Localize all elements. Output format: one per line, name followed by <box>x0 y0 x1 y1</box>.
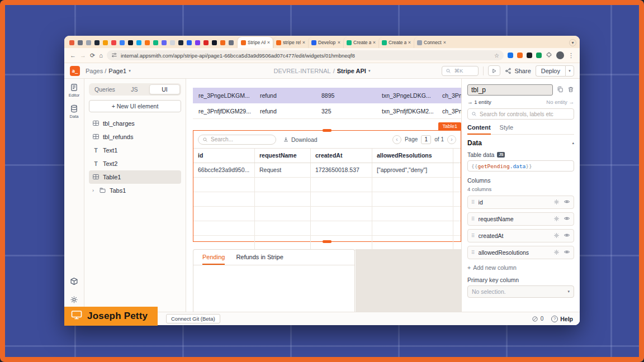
app-breadcrumb[interactable]: DEVREL-INTERNAL / Stripe API ▾ <box>274 68 371 74</box>
appsmith-logo[interactable]: a_ <box>70 66 80 76</box>
sidebar-item-tbl_charges[interactable]: tbl_charges <box>89 117 181 130</box>
pinned-tab-favicon[interactable] <box>203 40 209 45</box>
column-header-requestName[interactable]: requestName <box>255 149 311 163</box>
browser-menu-icon[interactable]: ⋮ <box>568 52 574 59</box>
pinned-tab-favicon[interactable] <box>220 40 225 45</box>
js-toggle-badge[interactable]: JS <box>497 152 505 158</box>
column-item-allowedResolutions[interactable]: ⠿allowedResolutions <box>467 246 574 259</box>
help-button[interactable]: ? Help <box>551 316 573 322</box>
tab-refunds-in-stripe[interactable]: Refunds in Stripe <box>236 250 283 265</box>
rail-data-item[interactable]: Data <box>70 104 79 119</box>
extension-icon[interactable] <box>508 53 513 58</box>
pinned-tab-favicon[interactable] <box>78 40 83 45</box>
drag-handle-icon[interactable]: ⠿ <box>471 233 475 239</box>
share-button[interactable]: Share <box>505 68 531 74</box>
table-data-binding-input[interactable]: {{getPending.data}} <box>467 160 574 172</box>
settings-gear-icon[interactable] <box>70 296 78 306</box>
column-settings-gear-icon[interactable] <box>553 197 560 207</box>
sidebar-item-tbl_refunds[interactable]: tbl_refunds <box>89 130 181 144</box>
deploy-split-button[interactable]: Deploy ▾ <box>536 65 574 77</box>
deploy-button[interactable]: Deploy <box>536 65 565 77</box>
drag-handle-icon[interactable]: ⠿ <box>471 199 475 205</box>
column-header-createdAt[interactable]: createdAt <box>311 149 372 163</box>
pinned-tab-favicon[interactable] <box>136 40 141 45</box>
delete-widget-icon[interactable] <box>567 85 574 95</box>
sidebar-item-tabs1[interactable]: ›Tabs1 <box>89 184 181 197</box>
tab-close-icon[interactable]: × <box>267 40 270 45</box>
pinned-tab-favicon[interactable] <box>195 40 200 45</box>
extensions-puzzle-icon[interactable] <box>546 50 552 60</box>
column-header-id[interactable]: id <box>193 149 255 163</box>
sidebar-item-text1[interactable]: TText1 <box>89 144 181 157</box>
extension-icon[interactable] <box>517 53 523 58</box>
browser-tab[interactable]: Develop× <box>308 37 343 48</box>
pinned-tab-favicon[interactable] <box>120 40 125 45</box>
pinned-tab-favicon[interactable] <box>178 40 183 45</box>
tab-style[interactable]: Style <box>500 124 513 135</box>
sidebar-item-table1[interactable]: Table1 <box>89 170 181 184</box>
run-button[interactable] <box>488 65 500 76</box>
tab-pending[interactable]: Pending <box>202 250 225 265</box>
drag-handle-icon[interactable]: ⠿ <box>471 250 475 255</box>
extension-icon[interactable] <box>527 53 532 58</box>
page-number-box[interactable]: 1 <box>421 135 431 144</box>
column-visibility-eye-icon[interactable] <box>564 247 570 258</box>
back-icon[interactable]: ← <box>70 52 76 59</box>
explorer-tab-ui[interactable]: UI <box>149 84 180 94</box>
pinned-tab-favicon[interactable] <box>128 40 133 45</box>
prev-page-icon[interactable]: ‹ <box>392 135 401 144</box>
column-item-requestName[interactable]: ⠿requestName <box>467 212 574 226</box>
browser-tab[interactable]: stripe ref× <box>273 37 308 48</box>
pinned-tab-favicon[interactable] <box>111 40 116 45</box>
copy-widget-icon[interactable] <box>557 85 564 95</box>
table-row[interactable]: re_3PnfjfDKGM29...refund325txn_3PnfjfDKG… <box>193 103 461 119</box>
forward-icon[interactable]: → <box>80 52 86 59</box>
pinned-tab-favicon[interactable] <box>69 40 74 45</box>
primary-key-select[interactable]: No selection. ▾ <box>467 285 574 298</box>
tabs1-widget[interactable]: PendingRefunds in Stripe <box>193 249 355 312</box>
explorer-tab-js[interactable]: JS <box>120 84 149 94</box>
incoming-entities-link[interactable]: → 1 entity <box>467 99 491 105</box>
pages-breadcrumb[interactable]: Pages / Page1 ▾ <box>86 68 131 74</box>
browser-tab[interactable]: Create a× <box>378 37 414 48</box>
site-info-icon[interactable] <box>111 50 117 60</box>
column-settings-gear-icon[interactable] <box>553 247 560 258</box>
table-search-input[interactable]: Search... <box>198 135 276 145</box>
pinned-tab-favicon[interactable] <box>170 40 175 45</box>
tab-content[interactable]: Content <box>467 124 491 135</box>
tab-close-icon[interactable]: × <box>302 40 305 45</box>
collapse-chevron-icon[interactable]: ▴ <box>572 141 574 145</box>
sidebar-item-text2[interactable]: TText2 <box>89 157 181 170</box>
tab-close-icon[interactable]: × <box>443 40 446 45</box>
omnibar-search[interactable]: ⌘K <box>442 66 479 76</box>
column-visibility-eye-icon[interactable] <box>564 231 570 241</box>
pinned-tab-favicon[interactable] <box>86 40 91 45</box>
pinned-tab-favicon[interactable] <box>187 40 192 45</box>
home-icon[interactable]: ⌂ <box>99 52 103 59</box>
table-row[interactable]: 66bccfe23a9d950...Request1723650018.537[… <box>193 163 461 178</box>
address-bar[interactable]: internal.appsmith.com/app/stripe-api/pag… <box>107 50 504 60</box>
table1-widget[interactable]: Table1 Search... Download <box>193 130 461 242</box>
tab-close-icon[interactable]: × <box>338 40 340 45</box>
expand-chevron-icon[interactable]: › <box>92 188 96 193</box>
column-item-id[interactable]: ⠿id <box>467 196 574 209</box>
outgoing-entities-link[interactable]: No entity → <box>546 99 574 105</box>
column-settings-gear-icon[interactable] <box>553 231 560 241</box>
error-indicator[interactable]: 0 <box>532 316 544 322</box>
bookmark-star-icon[interactable]: ☆ <box>494 53 499 59</box>
pinned-tab-favicon[interactable] <box>162 40 167 45</box>
table-row[interactable]: re_3PngeLDKGM...refund8895txn_3PngeLDKG.… <box>193 88 461 103</box>
tab-close-icon[interactable]: × <box>373 40 376 45</box>
column-settings-gear-icon[interactable] <box>553 214 560 224</box>
explorer-tab-queries[interactable]: Queries <box>90 84 120 94</box>
libraries-box-icon[interactable] <box>70 277 78 288</box>
tab-search-chevron-icon[interactable]: ▾ <box>569 39 576 46</box>
resize-handle-bottom[interactable] <box>323 240 332 243</box>
browser-tab[interactable]: Connect× <box>414 37 449 48</box>
pinned-tab-favicon[interactable] <box>212 40 217 45</box>
rail-editor-item[interactable]: Editor <box>69 83 80 98</box>
browser-tab[interactable]: Create a× <box>343 37 378 48</box>
column-header-spacer[interactable] <box>453 149 461 163</box>
reload-icon[interactable]: ⟳ <box>90 52 95 59</box>
next-page-icon[interactable]: › <box>447 135 456 144</box>
